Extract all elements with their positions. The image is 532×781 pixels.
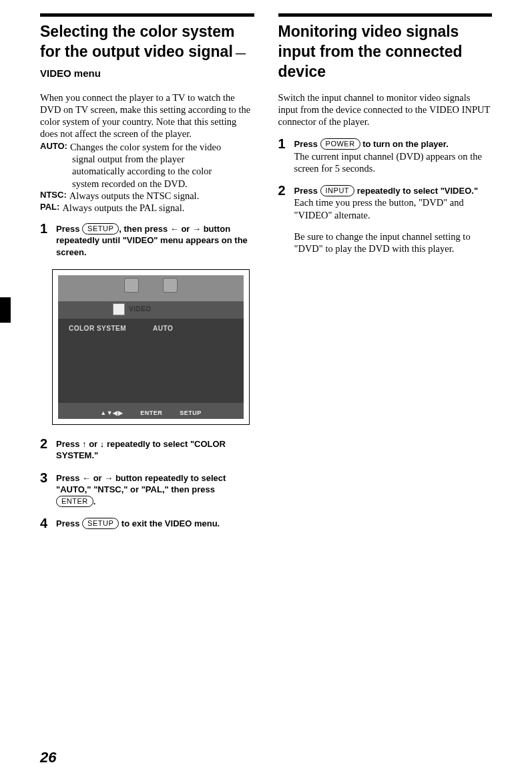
r-step1-text-a: Press — [294, 139, 320, 149]
step-number: 3 — [40, 471, 56, 508]
menu-item-name: COLOR SYSTEM — [69, 325, 126, 332]
right-step-2: 2 Press INPUT repeatedly to select "VIDE… — [278, 185, 493, 255]
side-tab-marker — [0, 297, 11, 323]
step3-text-a: Press — [56, 473, 82, 483]
tab-icon-active — [113, 303, 125, 315]
option-auto-desc-3: automatically according to the color — [40, 165, 254, 177]
menu-item-value: AUTO — [153, 325, 173, 332]
step1-text-c: or — [179, 224, 192, 234]
r-step2-text-a: Press — [294, 186, 320, 196]
hint-enter: ENTER — [140, 410, 162, 416]
step-number: 4 — [40, 516, 56, 530]
step3-text-b: or — [91, 473, 104, 483]
hint-setup: SETUP — [180, 410, 202, 416]
arrow-right-icon: → — [104, 473, 113, 483]
menu-screenshot: VIDEO COLOR SYSTEM AUTO ▲▼◀▶ ENTER SETUP — [52, 269, 250, 425]
arrow-left-icon: ← — [170, 224, 179, 234]
r-step2-body1: Each time you press the button, "DVD" an… — [294, 196, 493, 220]
left-step-1: 1 Press SETUP, then press ← or → button … — [40, 223, 254, 259]
power-button-label: POWER — [320, 138, 360, 150]
step-number: 1 — [40, 222, 56, 259]
setup-button-label: SETUP — [82, 223, 119, 235]
active-tab-label: VIDEO — [129, 305, 152, 313]
step1-text-b: , then press — [119, 224, 170, 234]
tab-icon — [124, 278, 139, 293]
intro-right: Switch the input channel to monitor vide… — [278, 92, 493, 128]
heading-rule-left — [40, 13, 254, 17]
step2-text-a: Press — [56, 439, 82, 449]
left-step-3: 3 Press ← or → button repeatedly to sele… — [40, 472, 254, 508]
r-step1-body: The current input channel (DVD) appears … — [294, 150, 493, 174]
right-step-1: 1 Press POWER to turn on the player. The… — [278, 138, 493, 174]
right-column: Monitoring video signals input from the … — [278, 13, 493, 540]
step4-text-a: Press — [56, 518, 82, 528]
step1-text-a: Press — [56, 224, 82, 234]
tab-icon — [163, 278, 178, 293]
option-pal-label: PAL: — [40, 202, 59, 214]
option-auto-desc-1: Changes the color system for the video — [67, 141, 221, 153]
setup-button-label: SETUP — [82, 518, 119, 529]
heading-left-main: Selecting the color system for the outpu… — [40, 23, 234, 60]
option-auto-desc-2: signal output from the player — [40, 153, 254, 165]
arrow-left-icon: ← — [82, 473, 91, 483]
left-column: Selecting the color system for the outpu… — [40, 13, 254, 540]
enter-button-label: ENTER — [56, 496, 93, 507]
option-auto-desc-4: system recorded on the DVD. — [40, 178, 254, 190]
heading-rule-right — [278, 13, 493, 17]
left-step-2: 2 Press ↑ or ↓ repeatedly to select "COL… — [40, 438, 254, 462]
option-ntsc-desc: Always outputs the NTSC signal. — [67, 190, 200, 202]
page-number: 26 — [40, 749, 56, 766]
heading-right: Monitoring video signals input from the … — [278, 22, 493, 82]
option-pal-desc: Always outputs the PAL signal. — [59, 202, 184, 214]
r-step2-text-b: repeatedly to select "VIDEO." — [354, 186, 478, 196]
step-number: 1 — [278, 137, 294, 174]
step3-text-d: . — [93, 496, 96, 506]
options-list: AUTO: Changes the color system for the v… — [40, 141, 254, 214]
step4-text-b: to exit the VIDEO menu. — [119, 518, 220, 528]
step-number: 2 — [40, 437, 56, 462]
left-step-4: 4 Press SETUP to exit the VIDEO menu. — [40, 518, 254, 530]
step-number: 2 — [278, 184, 294, 255]
input-button-label: INPUT — [320, 185, 355, 196]
intro-left: When you connect the player to a TV to w… — [40, 92, 254, 140]
hint-nav: ▲▼◀▶ — [100, 410, 123, 416]
step2-text-b: or — [87, 439, 100, 449]
r-step2-body2: Be sure to change the input channel sett… — [294, 230, 493, 255]
r-step1-text-b: to turn on the player. — [360, 139, 449, 149]
arrow-right-icon: → — [192, 224, 201, 234]
option-ntsc-label: NTSC: — [40, 190, 67, 202]
option-auto-label: AUTO: — [40, 141, 67, 153]
heading-left: Selecting the color system for the outpu… — [40, 22, 254, 82]
